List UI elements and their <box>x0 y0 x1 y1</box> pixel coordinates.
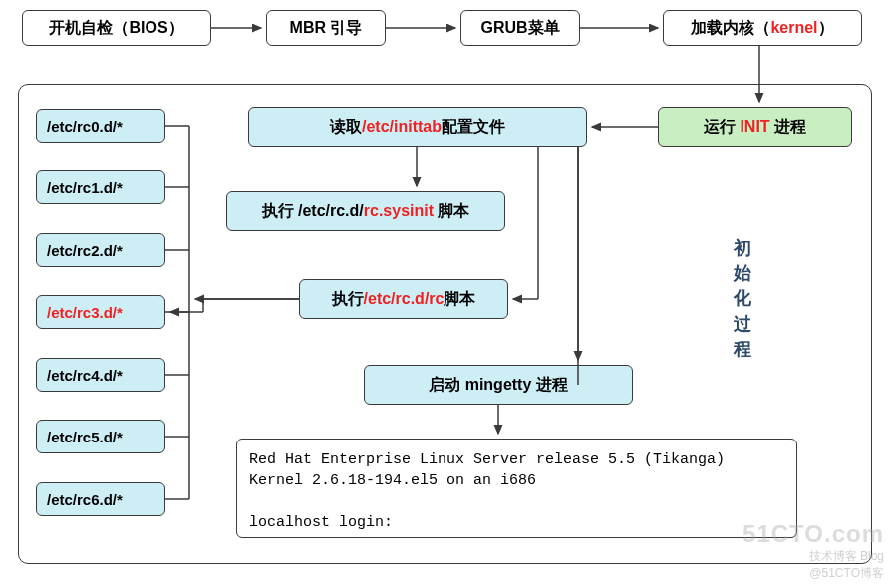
side-label: 初 始 化 过 程 <box>733 236 752 362</box>
label: 执行 /etc/rc.d/rc.sysinit 脚本 <box>262 201 470 222</box>
node-rc-script: 执行/etc/rc.d/rc脚本 <box>299 279 508 319</box>
node-bios: 开机自检（BIOS） <box>22 10 211 46</box>
terminal-line2: Kernel 2.6.18-194.el5 on an i686 <box>249 470 784 491</box>
node-rc6: /etc/rc6.d/* <box>36 482 165 516</box>
node-rc4: /etc/rc4.d/* <box>36 358 165 392</box>
node-rc5: /etc/rc5.d/* <box>36 420 165 453</box>
node-init: 运行 INIT 进程 <box>658 107 852 147</box>
label: 运行 INIT 进程 <box>704 117 806 138</box>
node-rc1: /etc/rc1.d/* <box>36 170 165 204</box>
node-kernel: 加载内核（kernel） <box>663 10 862 46</box>
label: 读取/etc/inittab配置文件 <box>330 117 505 138</box>
node-rc2: /etc/rc2.d/* <box>36 233 165 267</box>
watermark: 51CTO.com 技术博客 Blog @51CTO博客 <box>742 520 884 582</box>
terminal-output: Red Hat Enterprise Linux Server release … <box>236 439 797 538</box>
node-inittab: 读取/etc/inittab配置文件 <box>248 107 587 147</box>
label: 加载内核（kernel） <box>691 18 833 39</box>
label: 开机自检（BIOS） <box>49 18 183 39</box>
node-rc3: /etc/rc3.d/* <box>36 295 165 329</box>
node-mingetty: 启动 mingetty 进程 <box>364 365 633 405</box>
terminal-line1: Red Hat Enterprise Linux Server release … <box>249 449 784 470</box>
node-grub: GRUB菜单 <box>460 10 580 46</box>
node-rc0: /etc/rc0.d/* <box>36 109 165 143</box>
node-sysinit: 执行 /etc/rc.d/rc.sysinit 脚本 <box>226 191 505 231</box>
label: MBR 引导 <box>290 18 363 39</box>
label: 执行/etc/rc.d/rc脚本 <box>332 289 476 310</box>
node-mbr: MBR 引导 <box>266 10 386 46</box>
label: GRUB菜单 <box>480 18 559 39</box>
terminal-line3: localhost login: <box>249 512 784 533</box>
label: 启动 mingetty 进程 <box>429 375 568 396</box>
